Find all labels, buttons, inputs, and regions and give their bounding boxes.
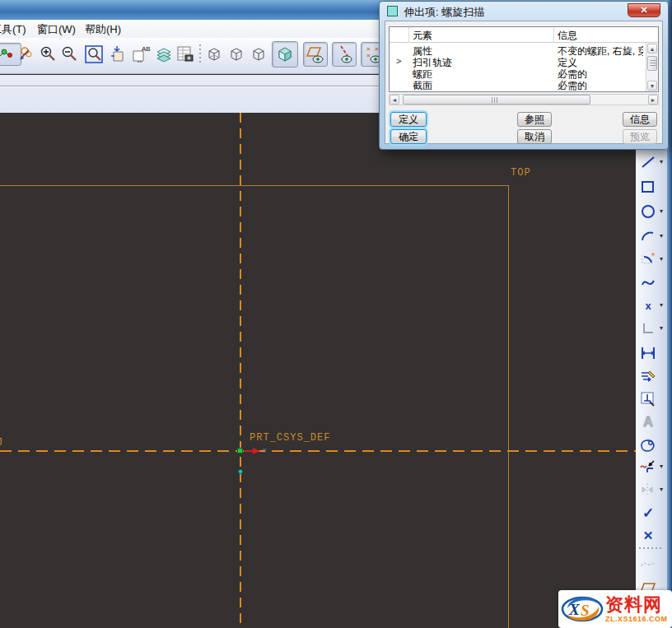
table-row[interactable]: 属性 不变的螺距, 右旋, 穿 bbox=[390, 44, 658, 56]
toolbar-separator bbox=[639, 547, 664, 549]
vertical-scrollbar[interactable]: ▲ ▼ bbox=[646, 43, 658, 91]
view-manager-icon[interactable] bbox=[174, 43, 197, 66]
references-button[interactable]: 参照 bbox=[517, 112, 552, 127]
fillet-dropdown-icon[interactable]: ▾ bbox=[660, 256, 666, 263]
point-dropdown-icon[interactable]: ▾ bbox=[660, 302, 666, 309]
vertical-centerline bbox=[240, 113, 241, 628]
top-plane-edge-horizontal bbox=[0, 185, 508, 186]
coord-system-tool-icon[interactable] bbox=[638, 319, 658, 338]
orient-mode-icon[interactable] bbox=[15, 43, 38, 66]
zoom-in-icon[interactable] bbox=[36, 43, 59, 66]
circle-dropdown-icon[interactable]: ▾ bbox=[660, 208, 666, 215]
rectangle-tool-icon[interactable] bbox=[638, 177, 658, 197]
dimension-tool-icon[interactable] bbox=[638, 343, 658, 363]
top-plane-label: TOP bbox=[511, 167, 531, 179]
info-button[interactable]: 信息 bbox=[623, 112, 657, 127]
scroll-down-icon[interactable]: ▼ bbox=[647, 81, 657, 91]
horizontal-centerline bbox=[0, 450, 636, 452]
close-button[interactable]: ✕ bbox=[628, 3, 660, 17]
vertical-scroll-thumb[interactable] bbox=[647, 56, 657, 71]
layers-icon[interactable] bbox=[152, 43, 175, 66]
csys-x-axis-stem bbox=[244, 450, 253, 452]
menu-help[interactable]: 帮助(H) bbox=[85, 22, 121, 37]
datum-axes-toggle-icon[interactable] bbox=[332, 42, 357, 67]
cancel-button[interactable]: 取消 bbox=[517, 129, 552, 144]
no-hidden-icon[interactable] bbox=[247, 43, 270, 66]
svg-text:S: S bbox=[581, 602, 590, 619]
trim-tool-icon[interactable] bbox=[638, 457, 658, 477]
column-element: 元素 bbox=[413, 29, 432, 43]
watermark-url: ZL.XS1616.COM bbox=[605, 615, 668, 623]
hidden-line-icon[interactable] bbox=[225, 43, 248, 66]
define-button[interactable]: 定义 bbox=[390, 112, 427, 127]
ok-button[interactable]: 确定 bbox=[390, 129, 427, 144]
line-dropdown-icon[interactable]: ▾ bbox=[660, 159, 666, 165]
table-row[interactable]: 螺距 必需的 bbox=[390, 67, 658, 79]
shaded-icon[interactable] bbox=[272, 41, 298, 67]
text-tool-icon: A bbox=[638, 412, 658, 432]
origin-point-green[interactable] bbox=[237, 448, 243, 454]
element-table[interactable]: 元素 信息 属性 不变的螺距, 右旋, 穿 > 扫引轨迹 定义 螺距 必需的 截… bbox=[389, 26, 659, 92]
table-header: 元素 信息 bbox=[390, 27, 658, 43]
mirror-dropdown-icon[interactable]: ▾ bbox=[660, 486, 666, 493]
column-divider bbox=[553, 27, 554, 43]
dialog-icon bbox=[387, 6, 398, 16]
dialog-title: 伸出项: 螺旋扫描 bbox=[404, 5, 484, 20]
zoom-out-icon[interactable] bbox=[58, 43, 81, 66]
svg-text:X: X bbox=[568, 601, 581, 618]
watermark: X S 资料网 ZL.XS1616.COM bbox=[558, 590, 672, 628]
scroll-right-icon[interactable]: ► bbox=[648, 95, 658, 105]
annotation-views-icon[interactable]: AB bbox=[129, 43, 152, 66]
reorient-icon[interactable] bbox=[106, 43, 129, 66]
csys-cross-mark: × bbox=[262, 447, 267, 456]
cancel-x-icon[interactable]: ✕ bbox=[638, 526, 658, 546]
graphics-viewport[interactable]: TOP PRT_CSYS_DEF × J bbox=[0, 113, 672, 628]
spline-tool-icon[interactable] bbox=[638, 272, 658, 292]
scroll-up-icon[interactable]: ▲ bbox=[647, 44, 657, 53]
horizontal-scrollbar[interactable]: ◄ ► bbox=[389, 94, 659, 105]
dialog-titlebar[interactable]: 伸出项: 螺旋扫描 ✕ bbox=[380, 2, 668, 20]
sketcher-toolbar: ▾ ▾ ▾ ▾ x ▾ ▾ A ▾ ▾ ✓ bbox=[636, 113, 667, 628]
done-check-icon[interactable]: ✓ bbox=[638, 503, 658, 523]
diagnostics-tool-icon bbox=[638, 554, 658, 574]
constraints-tool-icon[interactable] bbox=[638, 389, 658, 409]
column-info: 信息 bbox=[558, 29, 577, 43]
row-element: 截面 bbox=[413, 79, 432, 92]
mirror-tool-icon bbox=[638, 480, 658, 500]
fillet-tool-icon[interactable] bbox=[638, 249, 658, 269]
scroll-left-icon[interactable]: ◄ bbox=[390, 95, 399, 105]
menu-tools[interactable]: 工具(T) bbox=[0, 22, 26, 37]
preview-button: 预览 bbox=[623, 129, 657, 144]
svg-text:×: × bbox=[366, 52, 371, 59]
left-edge-partial-label: J bbox=[0, 437, 3, 449]
modify-dimensions-tool-icon[interactable] bbox=[638, 366, 658, 386]
dialog-client-area: 元素 信息 属性 不变的螺距, 右旋, 穿 > 扫引轨迹 定义 螺距 必需的 截… bbox=[385, 21, 663, 144]
vertex-point-cyan[interactable] bbox=[238, 469, 243, 474]
refit-icon[interactable] bbox=[82, 43, 105, 66]
datum-planes-toggle-icon[interactable] bbox=[303, 42, 328, 67]
palette-tool-icon[interactable] bbox=[638, 435, 658, 455]
csys-x-axis-arrow bbox=[253, 448, 260, 454]
line-tool-icon[interactable] bbox=[638, 152, 658, 172]
row-info: 必需的 bbox=[558, 79, 643, 92]
current-row-marker: > bbox=[396, 56, 401, 66]
point-tool-icon[interactable]: x bbox=[638, 295, 658, 315]
arc-dropdown-icon[interactable]: ▾ bbox=[660, 233, 666, 240]
column-divider bbox=[408, 27, 409, 43]
horizontal-scroll-thumb[interactable] bbox=[403, 95, 590, 105]
arc-tool-icon[interactable] bbox=[638, 226, 658, 246]
trim-dropdown-icon[interactable]: ▾ bbox=[660, 463, 666, 470]
table-row[interactable]: 截面 必需的 bbox=[390, 79, 658, 91]
watermark-logo: X S bbox=[561, 595, 604, 623]
top-plane-edge-vertical bbox=[508, 185, 509, 628]
watermark-site-name: 资料网 bbox=[605, 593, 662, 617]
helical-sweep-dialog[interactable]: 伸出项: 螺旋扫描 ✕ 元素 信息 属性 不变的螺距, 右旋, 穿 > 扫引轨迹… bbox=[379, 1, 669, 150]
menu-window[interactable]: 窗口(W) bbox=[37, 22, 76, 37]
csys-label: PRT_CSYS_DEF bbox=[250, 432, 330, 444]
coord-system-dropdown-icon[interactable]: ▾ bbox=[660, 325, 666, 332]
svg-text:AB: AB bbox=[142, 45, 151, 53]
wireframe-icon[interactable] bbox=[203, 43, 226, 66]
circle-tool-icon[interactable] bbox=[638, 202, 658, 221]
table-row[interactable]: > 扫引轨迹 定义 bbox=[390, 56, 658, 67]
